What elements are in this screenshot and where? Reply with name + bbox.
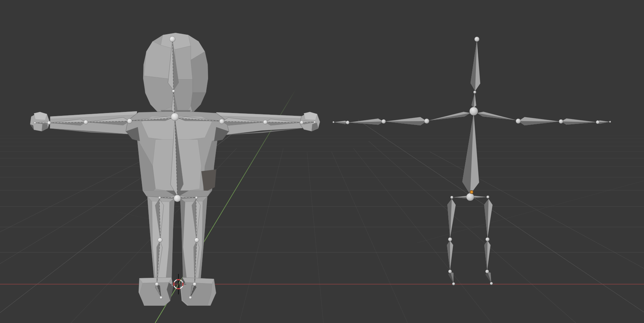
mesh-facet-right-shoe-front bbox=[182, 282, 212, 305]
joint-elbow-l[interactable] bbox=[84, 120, 88, 124]
joint-chest[interactable] bbox=[171, 113, 179, 121]
joint-elbow-r[interactable] bbox=[559, 119, 563, 124]
joint-head-top[interactable] bbox=[170, 36, 175, 42]
joint-chest[interactable] bbox=[469, 107, 478, 115]
joint-neck[interactable] bbox=[473, 91, 476, 94]
joint-hand-tip-r[interactable] bbox=[609, 121, 611, 123]
mesh-facet-left-shoe-front bbox=[140, 282, 170, 306]
joint-knee-r[interactable] bbox=[195, 238, 199, 243]
joint-wrist-r[interactable] bbox=[596, 120, 599, 124]
joint-shoulder-l[interactable] bbox=[127, 119, 132, 124]
joint-shoulder-l[interactable] bbox=[424, 119, 429, 124]
joint-toe-l[interactable] bbox=[160, 296, 163, 299]
joint-hip-l[interactable] bbox=[450, 196, 453, 199]
joint-wrist-l[interactable] bbox=[47, 121, 51, 125]
viewport-canvas[interactable] bbox=[0, 0, 644, 323]
joint-knee-l[interactable] bbox=[158, 238, 163, 243]
viewport-background bbox=[0, 0, 644, 323]
joint-head-top[interactable] bbox=[474, 37, 479, 42]
joint-neck[interactable] bbox=[172, 90, 175, 92]
joint-ankle-r[interactable] bbox=[485, 270, 489, 273]
joint-hand-tip-l[interactable] bbox=[333, 121, 335, 123]
joint-pelvis[interactable] bbox=[466, 193, 474, 201]
blender-3d-viewport[interactable] bbox=[0, 0, 644, 323]
joint-ankle-l[interactable] bbox=[155, 282, 159, 286]
joint-wrist-r[interactable] bbox=[300, 121, 303, 124]
joint-toe-r[interactable] bbox=[490, 282, 493, 285]
object-origin-dot[interactable] bbox=[470, 191, 473, 194]
joint-wrist-l[interactable] bbox=[346, 121, 349, 124]
joint-toe-l[interactable] bbox=[452, 282, 455, 285]
mesh-facet-left-shoe-top bbox=[139, 277, 172, 283]
joint-shoulder-r[interactable] bbox=[219, 119, 224, 124]
joint-elbow-l[interactable] bbox=[382, 119, 386, 124]
joint-shoulder-r[interactable] bbox=[516, 119, 521, 124]
joint-hand-tip-l[interactable] bbox=[34, 122, 36, 124]
joint-hip-r[interactable] bbox=[195, 197, 198, 199]
joint-elbow-r[interactable] bbox=[263, 120, 267, 124]
joint-ankle-l[interactable] bbox=[448, 270, 452, 273]
joint-hand-tip-r[interactable] bbox=[314, 121, 316, 123]
joint-ankle-r[interactable] bbox=[193, 282, 196, 286]
joint-toe-r[interactable] bbox=[189, 296, 192, 299]
joint-knee-r[interactable] bbox=[486, 238, 490, 241]
joint-pelvis[interactable] bbox=[174, 195, 181, 202]
joint-hip-r[interactable] bbox=[486, 196, 489, 198]
joint-knee-l[interactable] bbox=[448, 238, 452, 241]
joint-hip-l[interactable] bbox=[159, 197, 161, 199]
